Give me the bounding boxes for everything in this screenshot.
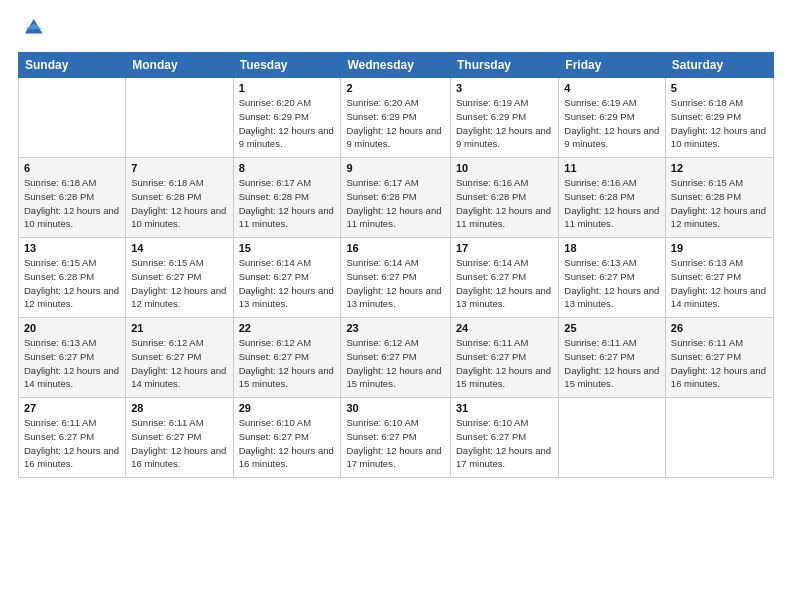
day-number: 1: [239, 82, 336, 94]
day-info: Sunrise: 6:14 AMSunset: 6:27 PMDaylight:…: [456, 257, 551, 309]
weekday-header-thursday: Thursday: [451, 53, 559, 78]
day-number: 15: [239, 242, 336, 254]
logo: [18, 16, 44, 42]
day-number: 22: [239, 322, 336, 334]
week-row-3: 13Sunrise: 6:15 AMSunset: 6:28 PMDayligh…: [19, 238, 774, 318]
day-info: Sunrise: 6:10 AMSunset: 6:27 PMDaylight:…: [456, 417, 551, 469]
header: [18, 16, 774, 42]
calendar-cell: 25Sunrise: 6:11 AMSunset: 6:27 PMDayligh…: [559, 318, 666, 398]
day-info: Sunrise: 6:11 AMSunset: 6:27 PMDaylight:…: [671, 337, 766, 389]
calendar-cell: 16Sunrise: 6:14 AMSunset: 6:27 PMDayligh…: [341, 238, 451, 318]
day-info: Sunrise: 6:20 AMSunset: 6:29 PMDaylight:…: [346, 97, 441, 149]
calendar-cell: 13Sunrise: 6:15 AMSunset: 6:28 PMDayligh…: [19, 238, 126, 318]
weekday-header-monday: Monday: [126, 53, 233, 78]
calendar-cell: 20Sunrise: 6:13 AMSunset: 6:27 PMDayligh…: [19, 318, 126, 398]
day-info: Sunrise: 6:13 AMSunset: 6:27 PMDaylight:…: [564, 257, 659, 309]
calendar-table: SundayMondayTuesdayWednesdayThursdayFrid…: [18, 52, 774, 478]
day-number: 7: [131, 162, 227, 174]
day-info: Sunrise: 6:18 AMSunset: 6:28 PMDaylight:…: [131, 177, 226, 229]
calendar-cell: 9Sunrise: 6:17 AMSunset: 6:28 PMDaylight…: [341, 158, 451, 238]
calendar-cell: 28Sunrise: 6:11 AMSunset: 6:27 PMDayligh…: [126, 398, 233, 478]
day-number: 21: [131, 322, 227, 334]
calendar-cell: 8Sunrise: 6:17 AMSunset: 6:28 PMDaylight…: [233, 158, 341, 238]
day-number: 28: [131, 402, 227, 414]
day-info: Sunrise: 6:16 AMSunset: 6:28 PMDaylight:…: [456, 177, 551, 229]
calendar-cell: 15Sunrise: 6:14 AMSunset: 6:27 PMDayligh…: [233, 238, 341, 318]
day-number: 9: [346, 162, 445, 174]
day-info: Sunrise: 6:13 AMSunset: 6:27 PMDaylight:…: [24, 337, 119, 389]
calendar-cell: 7Sunrise: 6:18 AMSunset: 6:28 PMDaylight…: [126, 158, 233, 238]
day-number: 31: [456, 402, 553, 414]
day-number: 16: [346, 242, 445, 254]
logo-icon: [22, 16, 44, 38]
day-info: Sunrise: 6:17 AMSunset: 6:28 PMDaylight:…: [239, 177, 334, 229]
weekday-header-row: SundayMondayTuesdayWednesdayThursdayFrid…: [19, 53, 774, 78]
day-number: 20: [24, 322, 120, 334]
calendar-cell: 30Sunrise: 6:10 AMSunset: 6:27 PMDayligh…: [341, 398, 451, 478]
calendar-cell: 10Sunrise: 6:16 AMSunset: 6:28 PMDayligh…: [451, 158, 559, 238]
calendar-cell: 21Sunrise: 6:12 AMSunset: 6:27 PMDayligh…: [126, 318, 233, 398]
day-number: 25: [564, 322, 660, 334]
calendar-cell: [19, 78, 126, 158]
day-number: 5: [671, 82, 768, 94]
calendar-cell: 4Sunrise: 6:19 AMSunset: 6:29 PMDaylight…: [559, 78, 666, 158]
calendar-cell: [559, 398, 666, 478]
weekday-header-sunday: Sunday: [19, 53, 126, 78]
calendar-cell: 24Sunrise: 6:11 AMSunset: 6:27 PMDayligh…: [451, 318, 559, 398]
week-row-1: 1Sunrise: 6:20 AMSunset: 6:29 PMDaylight…: [19, 78, 774, 158]
calendar-cell: [665, 398, 773, 478]
calendar-cell: 26Sunrise: 6:11 AMSunset: 6:27 PMDayligh…: [665, 318, 773, 398]
calendar-cell: 17Sunrise: 6:14 AMSunset: 6:27 PMDayligh…: [451, 238, 559, 318]
day-info: Sunrise: 6:11 AMSunset: 6:27 PMDaylight:…: [456, 337, 551, 389]
day-number: 13: [24, 242, 120, 254]
day-number: 17: [456, 242, 553, 254]
day-info: Sunrise: 6:10 AMSunset: 6:27 PMDaylight:…: [346, 417, 441, 469]
day-info: Sunrise: 6:12 AMSunset: 6:27 PMDaylight:…: [346, 337, 441, 389]
calendar-cell: 12Sunrise: 6:15 AMSunset: 6:28 PMDayligh…: [665, 158, 773, 238]
day-info: Sunrise: 6:15 AMSunset: 6:28 PMDaylight:…: [671, 177, 766, 229]
svg-marker-1: [25, 23, 43, 29]
day-number: 27: [24, 402, 120, 414]
week-row-2: 6Sunrise: 6:18 AMSunset: 6:28 PMDaylight…: [19, 158, 774, 238]
calendar-cell: 5Sunrise: 6:18 AMSunset: 6:29 PMDaylight…: [665, 78, 773, 158]
weekday-header-saturday: Saturday: [665, 53, 773, 78]
week-row-5: 27Sunrise: 6:11 AMSunset: 6:27 PMDayligh…: [19, 398, 774, 478]
day-info: Sunrise: 6:14 AMSunset: 6:27 PMDaylight:…: [239, 257, 334, 309]
day-number: 24: [456, 322, 553, 334]
day-info: Sunrise: 6:11 AMSunset: 6:27 PMDaylight:…: [564, 337, 659, 389]
day-info: Sunrise: 6:18 AMSunset: 6:28 PMDaylight:…: [24, 177, 119, 229]
day-number: 29: [239, 402, 336, 414]
day-info: Sunrise: 6:17 AMSunset: 6:28 PMDaylight:…: [346, 177, 441, 229]
weekday-header-tuesday: Tuesday: [233, 53, 341, 78]
calendar-cell: 19Sunrise: 6:13 AMSunset: 6:27 PMDayligh…: [665, 238, 773, 318]
calendar-cell: 31Sunrise: 6:10 AMSunset: 6:27 PMDayligh…: [451, 398, 559, 478]
day-info: Sunrise: 6:12 AMSunset: 6:27 PMDaylight:…: [239, 337, 334, 389]
calendar-cell: 1Sunrise: 6:20 AMSunset: 6:29 PMDaylight…: [233, 78, 341, 158]
calendar-cell: [126, 78, 233, 158]
calendar-cell: 11Sunrise: 6:16 AMSunset: 6:28 PMDayligh…: [559, 158, 666, 238]
day-number: 3: [456, 82, 553, 94]
calendar-cell: 23Sunrise: 6:12 AMSunset: 6:27 PMDayligh…: [341, 318, 451, 398]
week-row-4: 20Sunrise: 6:13 AMSunset: 6:27 PMDayligh…: [19, 318, 774, 398]
day-info: Sunrise: 6:12 AMSunset: 6:27 PMDaylight:…: [131, 337, 226, 389]
day-info: Sunrise: 6:19 AMSunset: 6:29 PMDaylight:…: [564, 97, 659, 149]
day-number: 6: [24, 162, 120, 174]
day-number: 12: [671, 162, 768, 174]
calendar-cell: 2Sunrise: 6:20 AMSunset: 6:29 PMDaylight…: [341, 78, 451, 158]
day-info: Sunrise: 6:10 AMSunset: 6:27 PMDaylight:…: [239, 417, 334, 469]
weekday-header-friday: Friday: [559, 53, 666, 78]
day-number: 4: [564, 82, 660, 94]
day-number: 19: [671, 242, 768, 254]
calendar-cell: 29Sunrise: 6:10 AMSunset: 6:27 PMDayligh…: [233, 398, 341, 478]
day-info: Sunrise: 6:14 AMSunset: 6:27 PMDaylight:…: [346, 257, 441, 309]
day-info: Sunrise: 6:15 AMSunset: 6:27 PMDaylight:…: [131, 257, 226, 309]
day-info: Sunrise: 6:16 AMSunset: 6:28 PMDaylight:…: [564, 177, 659, 229]
day-info: Sunrise: 6:11 AMSunset: 6:27 PMDaylight:…: [24, 417, 119, 469]
day-number: 18: [564, 242, 660, 254]
day-info: Sunrise: 6:11 AMSunset: 6:27 PMDaylight:…: [131, 417, 226, 469]
day-info: Sunrise: 6:18 AMSunset: 6:29 PMDaylight:…: [671, 97, 766, 149]
calendar-cell: 22Sunrise: 6:12 AMSunset: 6:27 PMDayligh…: [233, 318, 341, 398]
day-number: 26: [671, 322, 768, 334]
calendar-cell: 27Sunrise: 6:11 AMSunset: 6:27 PMDayligh…: [19, 398, 126, 478]
day-number: 14: [131, 242, 227, 254]
